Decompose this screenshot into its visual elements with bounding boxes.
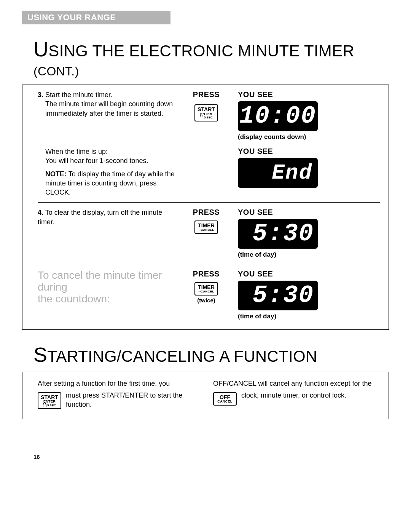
yousee-header-3: YOU SEE — [238, 208, 380, 217]
lcd1-caption: (display counts down) — [238, 133, 380, 141]
lcd-display-530b: 5:30 — [238, 281, 318, 310]
twice-note: (twice) — [182, 297, 231, 304]
lock-icon-2 — [43, 404, 46, 407]
timer-cancel-button-icon: TIMER CANCEL — [194, 220, 218, 233]
startcancel-panel: After setting a function for the first t… — [22, 372, 389, 419]
col-cancel: OFF/CANCEL will cancel any function exce… — [213, 379, 380, 410]
yousee-header-4: YOU SEE — [238, 270, 380, 278]
yousee-header-2: YOU SEE — [238, 147, 380, 156]
col-start-text2: must press START/ENTER to start the func… — [66, 391, 182, 408]
timer-cancel-button-icon-2: TIMER CANCEL — [194, 282, 218, 295]
page-number: 16 — [33, 454, 389, 460]
lcd-display-end: End — [238, 158, 318, 188]
press-header-3: PRESS — [182, 270, 231, 278]
timer-panel: 3. Start the minute timer. The minute ti… — [22, 85, 389, 330]
step4-text: 4. To clear the display, turn off the mi… — [38, 208, 175, 227]
yousee-header: YOU SEE — [238, 90, 380, 99]
lock-icon — [200, 117, 203, 119]
lcd4-caption: (time of day) — [238, 313, 380, 320]
col-start: After setting a function for the first t… — [38, 379, 205, 410]
heading-start-cancel: STARTING/CANCELING A FUNCTION — [33, 343, 389, 366]
lcd3-caption: (time of day) — [238, 251, 380, 259]
step3-text: 3. Start the minute timer. The minute ti… — [38, 90, 175, 118]
lcd-display-1000: 10:00 — [238, 101, 318, 131]
step3-timeup-text: When the time is up: You will hear four … — [38, 147, 175, 197]
col-cancel-text2: clock, minute timer, or control lock. — [241, 391, 346, 399]
press-header: PRESS — [182, 90, 231, 99]
start-enter-button-icon-2: START ENTER 5 SEC — [38, 392, 61, 409]
off-cancel-button-icon: OFF CANCEL — [213, 392, 237, 406]
section-tab: USING YOUR RANGE — [22, 11, 170, 24]
lcd-display-530a: 5:30 — [238, 219, 318, 249]
press-header-2: PRESS — [182, 208, 231, 217]
col-start-text: After setting a function for the first t… — [38, 380, 170, 387]
heading-timer-cont: USING THE ELECTRONIC MINUTE TIMER (CONT.… — [33, 37, 389, 79]
cancel-heading: To cancel the minute timer during the co… — [38, 270, 175, 305]
col-cancel-text: OFF/CANCEL will cancel any function exce… — [213, 380, 372, 387]
start-enter-button-icon: START ENTER 5 SEC — [194, 104, 218, 121]
